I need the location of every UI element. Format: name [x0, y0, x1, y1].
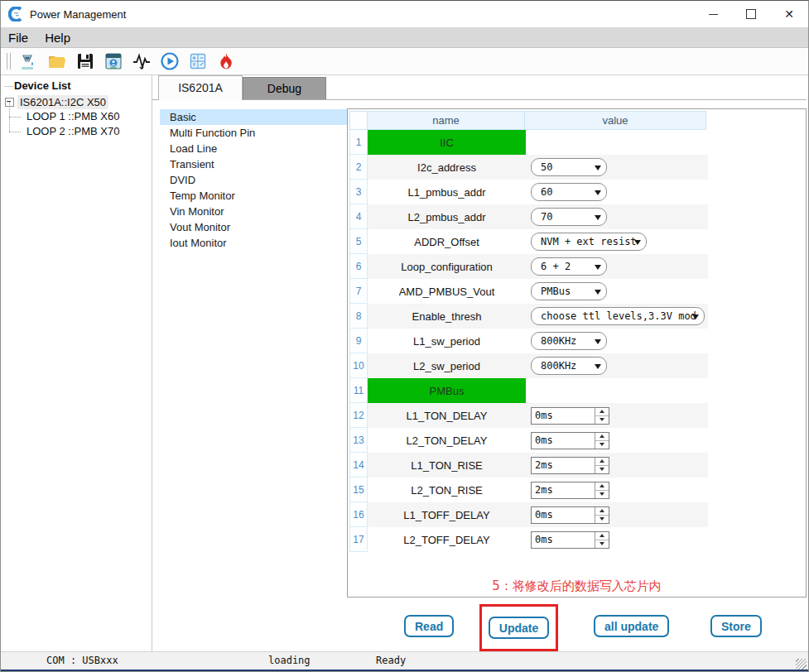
param-value-cell: 60	[526, 180, 708, 204]
nav-item-transient[interactable]: Transient	[160, 156, 347, 172]
save-icon[interactable]	[75, 50, 96, 72]
table-row: 12L1_TON_DELAY0ms	[349, 403, 708, 428]
device-monitor-icon[interactable]	[103, 50, 124, 72]
read-button[interactable]: Read	[404, 615, 454, 637]
run-play-icon[interactable]	[159, 50, 181, 72]
resize-grip[interactable]	[796, 659, 807, 670]
up-arrow-icon	[600, 509, 604, 512]
param-value-cell: PMBus	[526, 279, 708, 304]
device-tree-header: Device List	[2, 75, 152, 94]
calculator-icon[interactable]	[187, 50, 209, 72]
device-tree-panel: Device List IS6201A::I2C X50 LOOP 1 ::PM…	[2, 75, 152, 651]
spin-up-button[interactable]	[595, 408, 609, 416]
nav-item-vout-monitor[interactable]: Vout Monitor	[160, 219, 347, 235]
table-row: 6Loop_configuration6 + 2	[349, 254, 708, 279]
maximize-button[interactable]	[732, 1, 770, 27]
dropdown-selected-value: 70	[541, 211, 552, 223]
down-arrow-icon	[600, 542, 604, 545]
table-row: 13L2_TON_DELAY0ms	[349, 428, 708, 453]
nav-item-multi-function-pin[interactable]: Multi Function Pin	[160, 125, 347, 141]
nav-item-load-line[interactable]: Load Line	[160, 141, 347, 156]
table-row: 11PMBus	[349, 378, 708, 403]
nav-item-temp-monitor[interactable]: Temp Monitor	[160, 188, 347, 204]
minimize-icon	[709, 14, 718, 15]
tree-child-item-1[interactable]: LOOP 1 ::PMB X60	[2, 109, 152, 124]
tab-debug[interactable]: Debug	[243, 77, 326, 99]
value-dropdown[interactable]: 70	[531, 208, 607, 226]
down-arrow-icon	[600, 468, 604, 471]
spin-up-button[interactable]	[595, 458, 609, 466]
param-name-cell: L2_pmbus_addr	[368, 204, 526, 229]
status-bar: COM : USBxxx loading Ready	[1, 651, 808, 670]
table-row: 10L2_sw_period800KHz	[349, 353, 708, 378]
table-row: 2I2c_address50	[349, 155, 708, 180]
value-dropdown[interactable]: 6 + 2	[531, 257, 607, 276]
nav-item-vin-monitor[interactable]: Vin Monitor	[160, 204, 347, 219]
spin-up-button[interactable]	[595, 507, 609, 516]
tree-child-item-2[interactable]: LOOP 2 ::PMB X70	[2, 124, 152, 139]
spin-down-button[interactable]	[595, 491, 609, 498]
row-number: 14	[349, 453, 368, 478]
spin-down-button[interactable]	[595, 516, 609, 523]
value-dropdown[interactable]: 800KHz	[531, 357, 607, 375]
param-value-cell: 0ms	[526, 403, 708, 428]
spin-down-button[interactable]	[595, 540, 609, 548]
value-dropdown[interactable]: NVM + ext resist	[531, 233, 647, 251]
program-flask-icon[interactable]	[18, 50, 40, 72]
value-dropdown[interactable]: 60	[531, 183, 607, 201]
param-name-cell: Enable_thresh	[368, 304, 526, 329]
value-dropdown[interactable]: choose ttl levels,3.3V mod	[531, 307, 705, 325]
store-button[interactable]: Store	[710, 615, 762, 637]
row-number: 1	[349, 130, 368, 155]
value-spinbox[interactable]: 0ms	[531, 506, 609, 524]
header-corner-cell	[349, 111, 368, 130]
param-name-cell: L1_pmbus_addr	[368, 180, 526, 204]
spin-up-button[interactable]	[595, 482, 609, 491]
burn-flame-icon[interactable]	[215, 50, 237, 72]
spin-up-button[interactable]	[595, 532, 609, 540]
waveform-icon[interactable]	[131, 50, 152, 72]
value-spinbox[interactable]: 2ms	[531, 457, 609, 474]
update-button[interactable]: Update	[489, 617, 549, 639]
nav-list: BasicMulti Function PinLoad LineTransien…	[160, 109, 347, 251]
row-number: 9	[349, 329, 368, 353]
close-button[interactable]: ✕	[770, 1, 808, 27]
value-spinbox[interactable]: 2ms	[531, 482, 609, 499]
param-name-cell: L1_TON_RISE	[368, 453, 526, 478]
toolbar-grip[interactable]	[7, 53, 11, 70]
dropdown-selected-value: 6 + 2	[541, 261, 571, 272]
tab-underline	[152, 99, 807, 100]
spin-down-button[interactable]	[595, 466, 609, 473]
dropdown-arrow-icon	[595, 166, 601, 170]
value-spinbox[interactable]: 0ms	[531, 407, 609, 425]
open-folder-icon[interactable]	[46, 50, 68, 72]
menu-item-help[interactable]: Help	[36, 27, 79, 47]
spin-up-button[interactable]	[595, 433, 609, 441]
minimize-button[interactable]	[694, 1, 732, 27]
tab-is6201a[interactable]: IS6201A	[158, 75, 243, 100]
nav-item-dvid[interactable]: DVID	[160, 172, 347, 188]
param-value-cell: 0ms	[526, 502, 708, 527]
update-highlight-box: Update	[479, 604, 558, 651]
value-dropdown[interactable]: 50	[531, 158, 607, 176]
value-spinbox[interactable]: 0ms	[531, 531, 609, 549]
spin-down-button[interactable]	[595, 441, 609, 449]
value-dropdown[interactable]: PMBus	[531, 282, 607, 300]
spinbox-value: 0ms	[532, 532, 595, 548]
nav-item-iout-monitor[interactable]: Iout Monitor	[160, 235, 347, 251]
menu-item-file[interactable]: File	[1, 27, 36, 47]
value-spinbox[interactable]: 0ms	[531, 432, 609, 449]
title-bar: Power Management ✕	[1, 1, 808, 27]
dropdown-arrow-icon	[634, 240, 641, 245]
value-dropdown[interactable]: 800KHz	[531, 332, 607, 350]
tree-root-item[interactable]: IS6201A::I2C X50	[2, 94, 152, 109]
all-update-button[interactable]: all update	[594, 615, 669, 637]
row-number: 5	[349, 229, 368, 254]
down-arrow-icon	[600, 492, 604, 496]
param-value-cell: 0ms	[526, 527, 708, 552]
spin-down-button[interactable]	[595, 416, 609, 424]
status-com-port: COM : USBxxx	[46, 655, 118, 666]
column-header-value: value	[524, 111, 706, 130]
nav-item-basic[interactable]: Basic	[160, 109, 347, 125]
row-number: 8	[349, 304, 368, 329]
